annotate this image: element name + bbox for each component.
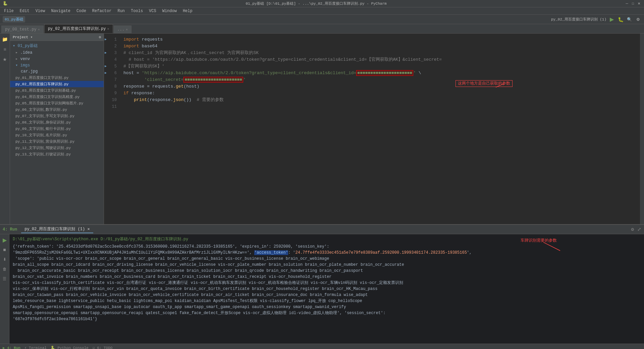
gutter-3: ▶ bbox=[104, 50, 107, 56]
tree-py01[interactable]: py_01_用百度接口文字识别.py bbox=[10, 74, 104, 81]
app-icon: 🐍 bbox=[3, 1, 8, 6]
stop-button[interactable]: ■ bbox=[0, 245, 9, 254]
linecontent-10: print(response.json()) # 需要的参数 bbox=[121, 97, 640, 103]
python-console-tab-label[interactable]: 🐍 Python Console bbox=[51, 346, 89, 349]
tree-py09[interactable]: py_09_文字识别_银行卡识别.py bbox=[10, 126, 104, 132]
menu-bar: FileEditViewNavigateCodeRefactorRunTools… bbox=[0, 7, 644, 15]
linecontent-7: 'client_secret=■■■■■■■■■■■■■■■■■■■■■■' bbox=[121, 77, 640, 83]
scroll-end-button[interactable]: ⬇ bbox=[0, 255, 9, 264]
title-bar: 🐍 01_py基础 [D:\01_py基础] - ...\py_02_用百度接口… bbox=[0, 0, 644, 7]
tab-run[interactable]: py_02_用百度接口车牌识别 (1) ✕ bbox=[21, 226, 93, 233]
menu-item-file[interactable]: File bbox=[1, 8, 16, 14]
menu-item-window[interactable]: Window bbox=[160, 8, 179, 14]
editor-area: ▶ 1 import requests 2 import base64 ▶ 3 … bbox=[104, 34, 640, 224]
tab-extra-close[interactable]: ✕ bbox=[126, 28, 128, 32]
tree-py04[interactable]: py_04_用百度接口文字识别高精度.py bbox=[10, 94, 104, 100]
rerun-button[interactable]: ▶ bbox=[0, 236, 9, 244]
linecontent-2: import base64 bbox=[121, 43, 640, 50]
tab-py02[interactable]: py_02_用百度接口车牌识别.py ✕ bbox=[44, 24, 113, 33]
bookmark-icon-3: ▶ bbox=[105, 50, 107, 56]
tab-extra[interactable]: ... ✕ bbox=[114, 26, 132, 33]
toolbar: 01_py基础 py_02_用百度接口车牌识别 (1) ▶ 🐛 🔍 ⚙ bbox=[0, 15, 644, 24]
structure-button[interactable]: ≡ bbox=[1, 45, 9, 54]
code-line-7: 7 'client_secret=■■■■■■■■■■■■■■■■■■■■■■' bbox=[104, 77, 640, 83]
menu-item-view[interactable]: View bbox=[33, 8, 48, 14]
menu-item-vcs[interactable]: VCS bbox=[146, 8, 159, 14]
tree-py07[interactable]: py_07_文字识别_手写文字识别.py bbox=[10, 113, 104, 119]
tree-py08[interactable]: py_08_文字识别_身份证识别.py bbox=[10, 119, 104, 126]
tree-root[interactable]: ▾ 01_py基础 bbox=[10, 42, 104, 49]
bottom-panel-settings-icon[interactable]: ⚙ bbox=[631, 227, 634, 232]
gutter-11 bbox=[104, 103, 107, 110]
editor-scrollbar[interactable] bbox=[640, 34, 644, 224]
menu-item-code[interactable]: Code bbox=[74, 8, 89, 14]
linenum-10: 10 bbox=[107, 97, 121, 103]
linenum-4: 4 bbox=[107, 56, 121, 63]
activity-bar: 📁 ≡ ★ bbox=[0, 34, 10, 224]
menu-item-tools[interactable]: Tools bbox=[128, 8, 146, 14]
code-line-2: 2 import base64 bbox=[104, 43, 640, 50]
bottom-layout: ▶ ■ ⬇ 🗑 ☰ D:\01_py基础\venv\Scripts\python… bbox=[0, 234, 644, 344]
run-tab-label[interactable]: ▶ 4: Run bbox=[3, 346, 20, 349]
tree-idea[interactable]: ▸ .idea bbox=[10, 49, 104, 56]
sidebar-settings-icon[interactable]: ⚙ bbox=[99, 35, 101, 39]
linenum-7: 7 bbox=[107, 77, 121, 83]
tree-py11[interactable]: py_11_文字识别_营业执照识别.py bbox=[10, 138, 104, 145]
code-editor[interactable]: ▶ 1 import requests 2 import base64 ▶ 3 … bbox=[104, 34, 640, 224]
tree-car-jpg[interactable]: car.jpg bbox=[10, 68, 104, 74]
menu-item-edit[interactable]: Edit bbox=[17, 8, 32, 14]
terminal-tab-label[interactable]: ⚡ Terminal bbox=[24, 346, 47, 349]
code-line-3: ▶ 3 # client_id 为官网获取的AK，client_secret 为… bbox=[104, 50, 640, 56]
tree-py06[interactable]: py_06_文字识别_数字识别.py bbox=[10, 106, 104, 113]
linenum-1: 1 bbox=[107, 36, 121, 43]
menu-item-help[interactable]: Help bbox=[180, 8, 195, 14]
tree-py13[interactable]: py_13_文字识别_行驶证识别.py bbox=[10, 151, 104, 157]
tree-py03[interactable]: py_03_用百度接口文字识别基础.py bbox=[10, 87, 104, 94]
tree-imgs[interactable]: ▾ imgs bbox=[10, 62, 104, 68]
tree-py12[interactable]: py_12_文字识别_驾驶证识别.py bbox=[10, 145, 104, 151]
gutter-10 bbox=[104, 97, 107, 103]
output-block: 车牌识别需要的参数 {'refresh_token': '25.454233df… bbox=[13, 244, 641, 322]
tree-py05[interactable]: py_05_用百度接口文字识别网络图片.py bbox=[10, 100, 104, 106]
debug-button[interactable]: 🐛 bbox=[617, 16, 624, 23]
favorites-button[interactable]: ★ bbox=[1, 55, 9, 64]
minimize-button[interactable]: ─ bbox=[625, 1, 629, 6]
output-line-7: vis-ocr_vis-classify_birth_certificate v… bbox=[13, 280, 641, 286]
project-badge: 01_py基础 bbox=[3, 16, 25, 22]
tree-py10[interactable]: py_10_文字识别_名片识别.py bbox=[10, 132, 104, 138]
run-config-label: py_02_用百度接口车牌识别 (1) bbox=[551, 17, 606, 22]
tree-py02-selected[interactable]: py_02_用百度接口车牌识别.py bbox=[10, 81, 104, 87]
menu-item-navigate[interactable]: Navigate bbox=[48, 8, 73, 14]
project-view-button[interactable]: 📁 bbox=[1, 35, 9, 44]
linecontent-5: #【官网获取的SK】' bbox=[121, 63, 640, 70]
code-line-11: 11 bbox=[104, 103, 640, 110]
output-line-12: smartapp_opensource_openapi smartapp_ope… bbox=[13, 310, 641, 316]
linenum-11: 11 bbox=[107, 103, 121, 110]
sidebar-title: Project ▾ bbox=[13, 35, 33, 39]
tab-py00[interactable]: py_00_test.py ✕ bbox=[1, 26, 44, 33]
linenum-2: 2 bbox=[107, 43, 121, 50]
close-button[interactable]: ✕ bbox=[637, 1, 641, 6]
settings-button[interactable]: ⚙ bbox=[635, 16, 641, 23]
window-title: 01_py基础 [D:\01_py基础] - ...\py_02_用百度接口车牌… bbox=[8, 1, 625, 6]
tab-py02-close[interactable]: ✕ bbox=[107, 27, 109, 31]
tab-py00-close[interactable]: ✕ bbox=[38, 28, 40, 32]
run-button[interactable]: ▶ bbox=[608, 16, 615, 23]
clear-button[interactable]: 🗑 bbox=[0, 265, 9, 273]
menu-item-refactor[interactable]: Refactor bbox=[90, 8, 114, 14]
menu-item-run[interactable]: Run bbox=[115, 8, 127, 14]
tree-venv[interactable]: ▸ venv bbox=[10, 56, 104, 62]
tab-bar: py_00_test.py ✕ py_02_用百度接口车牌识别.py ✕ ...… bbox=[0, 24, 644, 34]
gutter-5: ▶ bbox=[104, 63, 107, 70]
filter-button[interactable]: ☰ bbox=[0, 275, 9, 283]
output-line-2: '9mzdDFP655RoZjsM20kFa6GLTwi+UXIxxXCNKKU… bbox=[13, 250, 641, 256]
access-token-value: 24.7ffe4fe3333ec451a5e7e79fe8389aaf.2592… bbox=[296, 250, 467, 255]
maximize-button[interactable]: □ bbox=[631, 1, 635, 6]
output-line-1: {'refresh_token': '25.454233df8d0762ac5c… bbox=[13, 244, 641, 250]
bottom-run-sidebar: ▶ ■ ⬇ 🗑 ☰ bbox=[0, 234, 9, 344]
output-line-10: lebo_resource_base lightservice_public h… bbox=[13, 298, 641, 304]
linenum-9: 9 bbox=[107, 90, 121, 97]
search-everywhere-button[interactable]: 🔍 bbox=[626, 16, 633, 23]
todo-tab-label[interactable]: ☑ 6: TODO bbox=[93, 346, 112, 349]
bottom-panel-expand-icon[interactable]: ⤢ bbox=[637, 227, 641, 232]
